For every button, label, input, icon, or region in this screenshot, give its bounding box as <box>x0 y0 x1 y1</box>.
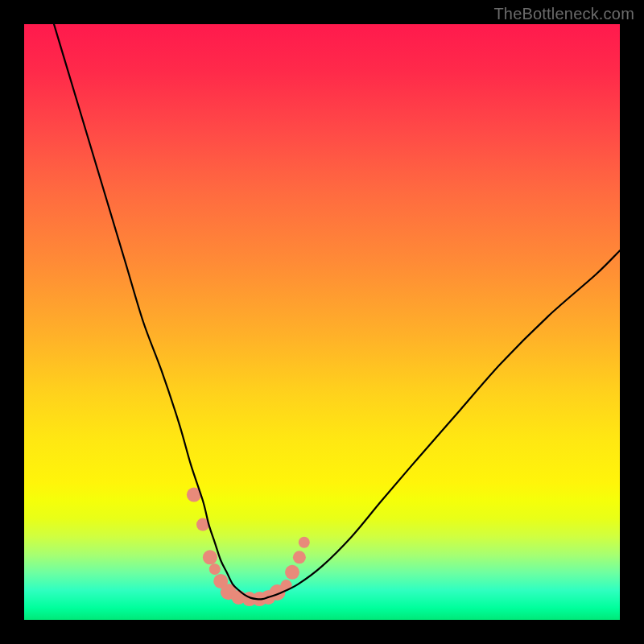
outer-frame: TheBottleneck.com <box>0 0 644 644</box>
data-marker <box>203 550 217 564</box>
data-marker <box>285 565 299 580</box>
watermark-text: TheBottleneck.com <box>493 5 634 23</box>
data-marker <box>209 564 221 575</box>
chart-svg <box>24 24 620 620</box>
bottleneck-curve <box>54 24 620 599</box>
data-marker <box>293 551 306 564</box>
data-marker <box>299 537 310 548</box>
plot-area <box>24 24 620 620</box>
